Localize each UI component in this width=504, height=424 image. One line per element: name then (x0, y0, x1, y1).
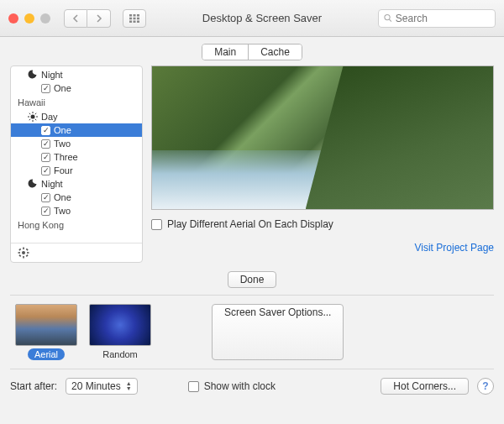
saver-list[interactable]: Aerial Random (10, 304, 151, 360)
chevron-right-icon (96, 14, 102, 23)
tab-cache[interactable]: Cache (248, 44, 302, 60)
checkbox[interactable]: ✓ (41, 207, 50, 216)
tree-item[interactable]: ✓ Three (11, 150, 142, 164)
svg-point-20 (22, 251, 25, 254)
help-button[interactable]: ? (477, 378, 494, 395)
close-window-button[interactable] (8, 13, 18, 24)
play-different-checkbox-row[interactable]: Play Different Aerial On Each Display (151, 218, 494, 230)
svg-rect-28 (26, 249, 29, 251)
svg-point-11 (31, 115, 35, 119)
back-button[interactable] (64, 9, 87, 28)
svg-rect-3 (129, 17, 132, 19)
screen-saver-options-button[interactable]: Screen Saver Options... (212, 304, 344, 360)
svg-line-10 (389, 19, 391, 21)
subgroup-label: Day (41, 112, 58, 122)
show-with-clock-row[interactable]: Show with clock (188, 380, 276, 392)
search-icon (384, 13, 392, 23)
tree-item-label: Two (54, 139, 71, 149)
stepper-icon: ▲▼ (126, 381, 132, 391)
svg-rect-0 (129, 14, 132, 17)
saver-right: Screen Saver Options... (161, 304, 494, 360)
svg-line-17 (35, 119, 36, 120)
tree-item-label: Four (54, 165, 73, 175)
done-button[interactable]: Done (228, 271, 277, 288)
aerial-sidebar: Night ✓ One Hawaii Day ✓ One ✓ (10, 65, 143, 263)
tab-main[interactable]: Main (202, 44, 248, 60)
moon-icon (28, 179, 38, 189)
svg-rect-22 (23, 256, 24, 259)
saver-thumb (89, 304, 151, 346)
subgroup-label: Night (41, 179, 63, 189)
minimize-window-button[interactable] (24, 13, 34, 24)
svg-rect-6 (129, 20, 132, 23)
tree-item-label: Three (54, 152, 78, 162)
svg-rect-25 (18, 249, 21, 251)
window-controls (8, 13, 50, 24)
saver-thumb (15, 304, 77, 346)
checkbox[interactable]: ✓ (41, 166, 50, 175)
svg-point-9 (385, 14, 390, 19)
tree-item[interactable]: ✓ One (11, 123, 142, 137)
saver-label: Aerial (28, 348, 65, 360)
group-hawaii[interactable]: Hawaii (11, 95, 142, 110)
nav-buttons (64, 9, 111, 28)
zoom-window-button (40, 13, 50, 24)
svg-rect-7 (134, 20, 136, 23)
saver-item-aerial[interactable]: Aerial (15, 304, 77, 360)
hot-corners-button[interactable]: Hot Corners... (381, 378, 469, 395)
group-hong-kong[interactable]: Hong Kong (11, 217, 142, 233)
play-different-label: Play Different Aerial On Each Display (167, 218, 333, 230)
tree-item-label: One (54, 83, 71, 93)
tree-item-label: One (54, 192, 71, 202)
checkbox[interactable]: ✓ (41, 84, 50, 93)
tree-item[interactable]: ✓ Two (11, 137, 142, 150)
checkbox[interactable]: ✓ (41, 153, 50, 162)
checkbox[interactable]: ✓ (41, 193, 50, 202)
saver-area: Aerial Random Screen Saver Options... (10, 295, 494, 369)
subgroup-night[interactable]: Night (11, 68, 142, 81)
svg-line-16 (29, 113, 30, 114)
svg-line-18 (29, 119, 30, 120)
search-input[interactable] (396, 13, 490, 24)
tree-item-label: Two (54, 206, 71, 216)
aerial-tree[interactable]: Night ✓ One Hawaii Day ✓ One ✓ (11, 66, 142, 243)
svg-rect-21 (23, 248, 24, 250)
gear-icon[interactable] (18, 247, 135, 259)
tree-item[interactable]: ✓ One (11, 81, 142, 95)
svg-rect-2 (137, 14, 139, 17)
tree-item[interactable]: ✓ Two (11, 204, 142, 217)
start-after-select[interactable]: 20 Minutes ▲▼ (66, 378, 138, 395)
forward-button[interactable] (87, 9, 111, 28)
done-row: Done (10, 263, 494, 295)
moon-icon (28, 70, 38, 80)
saver-item-random[interactable]: Random (89, 304, 151, 360)
config-row: Night ✓ One Hawaii Day ✓ One ✓ (10, 65, 494, 263)
svg-rect-24 (27, 252, 29, 254)
svg-rect-8 (137, 20, 139, 23)
checkbox[interactable] (151, 219, 162, 230)
preview-column: Play Different Aerial On Each Display Vi… (151, 65, 494, 263)
checkbox[interactable]: ✓ (41, 126, 50, 135)
show-all-button[interactable] (123, 9, 146, 28)
svg-rect-23 (18, 252, 21, 254)
svg-line-19 (35, 113, 36, 114)
subgroup-night[interactable]: Night (11, 177, 142, 191)
saver-label: Random (102, 349, 138, 359)
start-after-label: Start after: (10, 380, 57, 392)
sidebar-footer (11, 243, 142, 262)
search-field[interactable] (378, 9, 496, 28)
tree-item[interactable]: ✓ Four (11, 164, 142, 177)
subgroup-day[interactable]: Day (11, 110, 142, 123)
chevron-left-icon (72, 14, 79, 23)
tree-item-label: One (54, 125, 71, 135)
svg-rect-27 (18, 254, 21, 257)
checkbox[interactable] (188, 381, 199, 392)
svg-rect-5 (137, 17, 139, 19)
checkbox[interactable]: ✓ (41, 139, 50, 149)
start-after-value: 20 Minutes (71, 380, 121, 392)
grid-icon (129, 14, 139, 23)
tree-item[interactable]: ✓ One (11, 191, 142, 204)
svg-rect-26 (26, 254, 29, 257)
visit-project-link[interactable]: Visit Project Page (151, 242, 494, 254)
sun-icon (28, 112, 38, 122)
